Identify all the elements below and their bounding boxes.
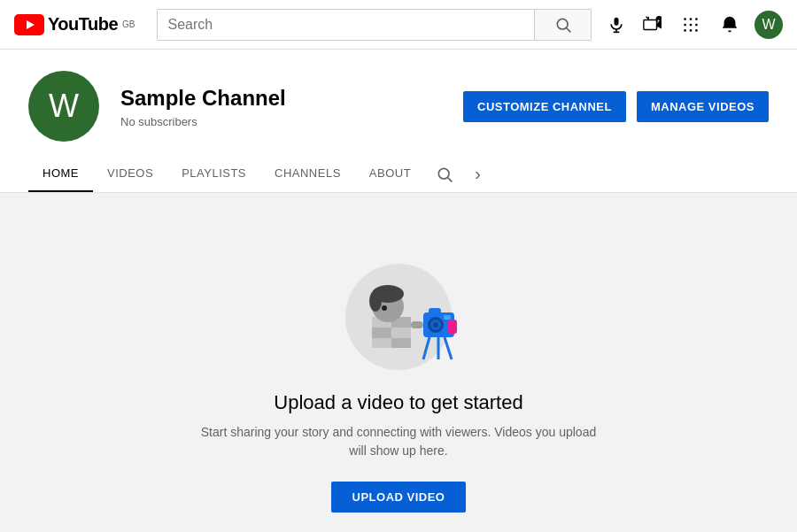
channel-info-row: W Sample Channel No subscribers CUSTOMIZ… — [0, 50, 797, 156]
svg-rect-41 — [444, 315, 451, 320]
svg-rect-27 — [391, 328, 411, 338]
channel-actions: CUSTOMIZE CHANNEL MANAGE VIDEOS — [463, 91, 769, 122]
mic-icon — [607, 16, 625, 34]
svg-point-18 — [695, 23, 698, 26]
svg-point-13 — [684, 18, 686, 20]
search-input[interactable] — [158, 17, 534, 33]
svg-point-46 — [382, 305, 387, 311]
svg-point-15 — [695, 18, 698, 20]
channel-banner: W Sample Channel No subscribers CUSTOMIZ… — [0, 50, 797, 156]
youtube-logo-text: YouTube — [48, 14, 118, 35]
tab-home[interactable]: HOME — [28, 156, 93, 192]
search-area — [157, 7, 634, 42]
svg-rect-30 — [372, 328, 391, 338]
empty-state-title: Upload a video to get started — [274, 391, 522, 414]
tab-more-button[interactable]: › — [464, 157, 491, 191]
mic-button[interactable] — [599, 7, 634, 42]
customize-channel-button[interactable]: CUSTOMIZE CHANNEL — [463, 91, 626, 122]
svg-point-17 — [690, 23, 693, 26]
svg-point-39 — [433, 322, 438, 328]
create-icon: + — [642, 15, 662, 35]
empty-state-subtitle: Start sharing your story and connecting … — [195, 423, 602, 460]
search-button[interactable] — [535, 9, 592, 41]
channel-name: Sample Channel — [120, 84, 463, 112]
header-actions: + W — [634, 7, 783, 42]
user-avatar-letter: W — [762, 17, 775, 33]
svg-point-22 — [438, 168, 449, 179]
youtube-logo[interactable]: YouTube GB — [14, 14, 135, 35]
svg-rect-4 — [615, 17, 619, 25]
tab-search-icon — [436, 166, 453, 183]
svg-point-34 — [369, 290, 382, 312]
tab-channels[interactable]: CHANNELS — [260, 156, 355, 192]
svg-point-19 — [684, 29, 686, 32]
apps-icon — [681, 15, 700, 35]
bell-icon — [720, 15, 739, 35]
svg-point-16 — [684, 23, 686, 26]
notifications-button[interactable] — [712, 7, 747, 42]
channel-avatar: W — [28, 71, 99, 142]
tab-playlists[interactable]: PLAYLISTS — [167, 156, 260, 192]
tab-search-button[interactable] — [425, 158, 464, 190]
create-button[interactable]: + — [634, 7, 669, 42]
upload-video-button[interactable]: UPLOAD VIDEO — [331, 482, 467, 513]
manage-videos-button[interactable]: MANAGE VIDEOS — [637, 91, 769, 122]
search-input-wrap — [157, 9, 535, 41]
user-avatar-button[interactable]: W — [754, 11, 783, 39]
svg-point-20 — [690, 29, 693, 32]
svg-point-2 — [557, 19, 568, 29]
svg-line-3 — [566, 27, 570, 32]
main-content: Upload a video to get started Start shar… — [0, 193, 797, 532]
channel-subscribers: No subscribers — [120, 115, 463, 128]
channel-details: Sample Channel No subscribers — [120, 84, 463, 128]
svg-rect-7 — [644, 19, 657, 29]
svg-rect-35 — [411, 321, 423, 328]
channel-tabs: HOME VIDEOS PLAYLISTS CHANNELS ABOUT › — [0, 156, 797, 193]
tab-about[interactable]: ABOUT — [355, 156, 425, 192]
svg-rect-40 — [429, 308, 441, 314]
tab-videos[interactable]: VIDEOS — [93, 156, 167, 192]
logo-area: YouTube GB — [14, 14, 135, 35]
svg-rect-42 — [448, 320, 457, 334]
empty-state-illustration — [328, 228, 469, 370]
youtube-logo-icon — [14, 14, 44, 35]
youtube-country-badge: GB — [122, 19, 135, 29]
svg-point-14 — [690, 18, 693, 20]
svg-line-45 — [445, 337, 452, 359]
svg-rect-28 — [372, 338, 391, 348]
search-icon — [554, 16, 572, 34]
svg-text:+: + — [657, 17, 660, 22]
svg-line-23 — [448, 177, 453, 181]
svg-rect-31 — [391, 338, 411, 348]
svg-point-21 — [695, 29, 698, 32]
apps-button[interactable] — [673, 7, 708, 42]
header: YouTube GB — [0, 0, 797, 50]
